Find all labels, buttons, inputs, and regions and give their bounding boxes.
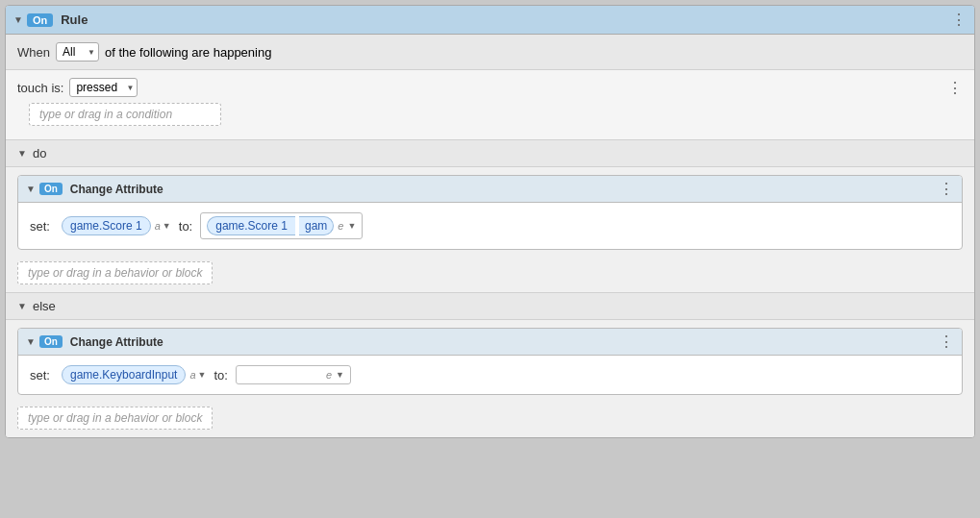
ca2-chevron[interactable]: ▼ [26,336,36,347]
ca2-expr-chevron[interactable]: ▼ [336,370,344,380]
pressed-dropdown-wrapper[interactable]: pressed released held [69,78,138,97]
do-chevron[interactable]: ▼ [17,148,27,159]
ca1-attr-tag-wrapper: game.Score 1 a ▼ [62,216,171,235]
rule-header: ▼ On Rule ⋮ [6,6,974,35]
else-section: ▼ else [6,292,974,320]
ca1-expr-tag2: gam [299,216,334,235]
ca1-set-label: set: [30,219,54,234]
ca2-to-label: to: [214,368,227,382]
condition-placeholder-wrapper: type or drag in a condition [17,103,963,126]
ca2-expr-area[interactable]: e ▼ [236,365,351,384]
ca1-expr-chevron[interactable]: ▼ [347,221,356,231]
change-attr-block-2: ▼ On Change Attribute ⋮ set: game.Keyboa… [17,328,963,395]
ca1-expr-area[interactable]: game.Score 1 gam e ▼ [200,212,363,239]
when-dropdown[interactable]: All Any [56,42,99,62]
ca2-attr-tag[interactable]: game.KeyboardInput [62,365,186,384]
when-label: When [17,45,50,60]
behavior-placeholder-1[interactable]: type or drag in a behavior or block [17,261,213,284]
ca2-expr-icon: e [326,369,332,381]
ca2-attr-text: game.KeyboardInput [70,368,177,382]
when-dropdown-wrapper[interactable]: All Any [56,42,99,62]
ca1-attr-tag[interactable]: game.Score 1 [62,216,151,235]
do-section: ▼ do [6,140,974,167]
ca2-title: Change Attribute [70,335,939,349]
placeholder-2-wrapper: type or drag in a behavior or block [6,403,974,437]
ca2-attr-chevron[interactable]: ▼ [198,370,207,380]
do-label: do [33,146,46,160]
on-badge: On [27,13,53,27]
touch-is-label: touch is: [17,81,63,95]
main-panel: ▼ On Rule ⋮ When All Any of the followin… [5,5,975,438]
when-row: When All Any of the following are happen… [6,35,974,70]
ca2-set-row: set: game.KeyboardInput a ▼ to: e ▼ [18,356,962,394]
change-attr-header-1: ▼ On Change Attribute ⋮ [18,176,962,203]
ca2-menu-icon[interactable]: ⋮ [939,333,954,351]
rule-chevron[interactable]: ▼ [13,14,23,25]
rule-menu-icon[interactable]: ⋮ [951,11,967,29]
ca1-attr-chevron[interactable]: ▼ [163,221,171,231]
ca2-attr-icon: a [189,369,195,381]
ca1-set-row: set: game.Score 1 a ▼ to: game.Score 1 g… [18,203,962,249]
placeholder-1-wrapper: type or drag in a behavior or block [6,258,974,292]
else-label: else [33,299,56,313]
ca1-expr-tag1: game.Score 1 [207,216,295,235]
ca2-on-badge: On [39,335,63,348]
ca1-expr-icon: e [338,220,343,232]
ca1-to-label: to: [179,219,192,234]
ca1-chevron[interactable]: ▼ [26,184,36,194]
change-attr-block-1: ▼ On Change Attribute ⋮ set: game.Score … [17,175,963,250]
content-area: When All Any of the following are happen… [6,35,974,437]
rule-title: Rule [61,12,951,27]
ca1-attr-text: game.Score 1 [70,219,142,233]
condition-row: touch is: pressed released held ⋮ [17,78,963,97]
behavior-placeholder-2[interactable]: type or drag in a behavior or block [17,407,213,430]
pressed-dropdown[interactable]: pressed released held [69,78,138,97]
when-suffix: of the following are happening [105,45,271,60]
condition-block: touch is: pressed released held ⋮ type o… [6,70,974,140]
ca1-menu-icon[interactable]: ⋮ [939,180,954,198]
change-attr-header-2: ▼ On Change Attribute ⋮ [18,329,962,356]
else-chevron[interactable]: ▼ [17,301,27,311]
condition-menu-icon[interactable]: ⋮ [947,79,963,97]
ca2-set-label: set: [30,368,54,382]
condition-placeholder[interactable]: type or drag in a condition [29,103,221,126]
ca1-attr-icon: a [155,220,161,232]
ca1-on-badge: On [39,183,63,195]
ca2-attr-tag-wrapper: game.KeyboardInput a ▼ [62,365,206,384]
ca1-title: Change Attribute [70,183,939,196]
ca1-expr-tag1-text: game.Score 1 [215,219,288,233]
